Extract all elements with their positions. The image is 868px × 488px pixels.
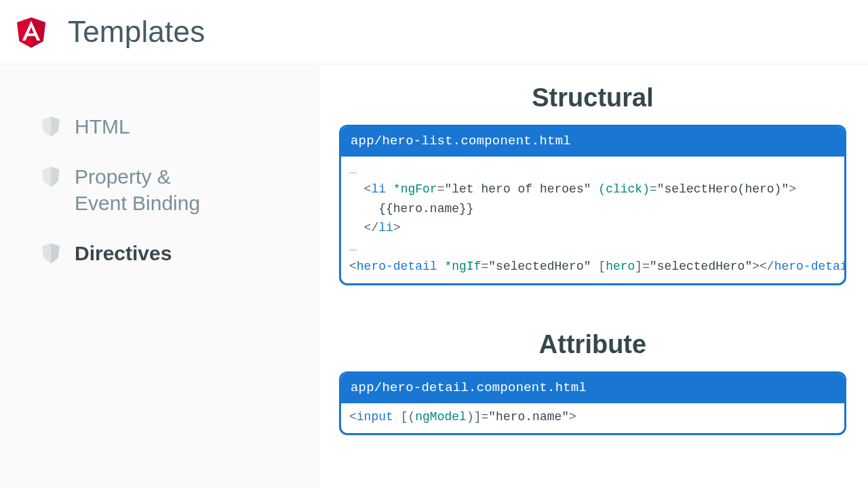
page-title: Templates (68, 15, 205, 49)
sidebar: HTMLProperty &Event BindingDirectives (0, 64, 319, 487)
sidebar-item-label: Property &Event Binding (75, 163, 200, 217)
code-filename: app/hero-detail.component.html (341, 373, 844, 403)
content: Structuralapp/hero-list.component.html… … (319, 64, 868, 487)
sidebar-item-directives[interactable]: Directives (42, 240, 291, 267)
section-title: Structural (339, 83, 846, 113)
angular-logo-icon (12, 12, 50, 52)
body: HTMLProperty &Event BindingDirectives St… (0, 64, 868, 487)
code-body: <input [(ngModel)]="hero.name"> (341, 403, 844, 433)
code-card: app/hero-list.component.html… <li *ngFor… (339, 125, 846, 285)
svg-marker-1 (31, 18, 45, 48)
header: Templates (0, 0, 868, 64)
section-spacer (339, 285, 846, 330)
sidebar-item-label: HTML (75, 113, 130, 140)
code-card: app/hero-detail.component.html<input [(n… (339, 371, 846, 435)
sidebar-item-property-event-binding[interactable]: Property &Event Binding (42, 163, 291, 217)
shield-icon (42, 167, 60, 187)
code-body: … <li *ngFor="let hero of heroes" (click… (341, 157, 844, 283)
section-title: Attribute (339, 330, 846, 359)
shield-icon (42, 117, 60, 137)
code-filename: app/hero-list.component.html (341, 127, 844, 157)
sidebar-item-html[interactable]: HTML (42, 113, 291, 140)
sidebar-item-label: Directives (75, 240, 172, 267)
shield-icon (42, 243, 60, 264)
